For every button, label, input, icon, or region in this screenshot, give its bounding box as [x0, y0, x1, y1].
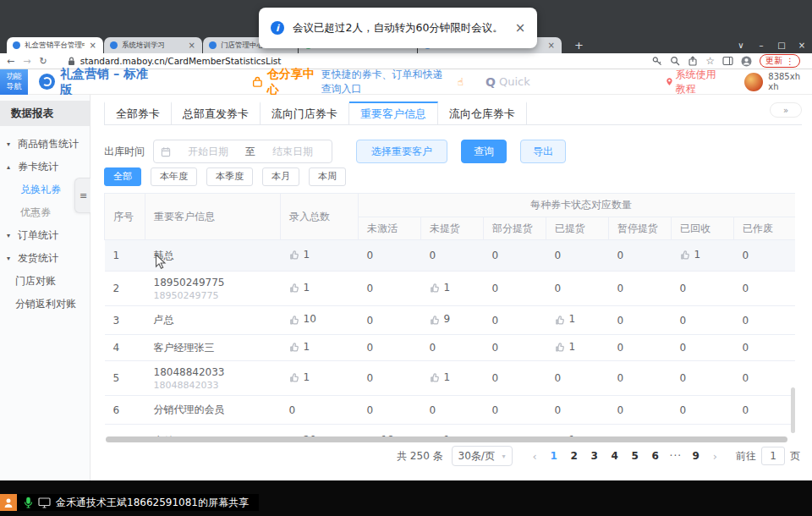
sidebar-item-label: 优惠券: [20, 201, 51, 224]
count-cell: 0: [484, 396, 546, 425]
count-link[interactable]: 1: [430, 371, 451, 383]
count-link[interactable]: 1: [289, 249, 310, 261]
tab-title: 系统培训学习: [122, 41, 184, 51]
count-cell: 18: [359, 425, 421, 437]
page-1[interactable]: 1: [544, 450, 564, 462]
date-range-input[interactable]: 开始日期 至 结束日期: [153, 140, 332, 163]
sidebar-item-0[interactable]: ▾商品销售统计: [0, 133, 90, 156]
horizontal-scrollbar[interactable]: [106, 436, 787, 442]
tab-favicon: [209, 41, 217, 49]
new-tab-button[interactable]: +: [571, 39, 587, 52]
info-icon: i: [271, 21, 284, 35]
profile-avatar-icon[interactable]: [741, 56, 752, 67]
report-tab-2[interactable]: 流向门店券卡: [261, 102, 349, 124]
report-tab-3[interactable]: 重要客户信息: [349, 102, 438, 124]
window-maximize-icon[interactable]: □: [771, 37, 792, 53]
page-size-select[interactable]: 30条/页 ▾: [452, 446, 513, 466]
count-cell: 1: [672, 240, 734, 272]
function-nav-toggle[interactable]: 功能导航: [0, 69, 28, 95]
reload-icon[interactable]: ↻: [39, 56, 47, 67]
count-link[interactable]: 1: [289, 341, 310, 353]
window-menu-icon[interactable]: ∨: [731, 37, 751, 53]
browser-tab-0[interactable]: 礼盒营销平台管理中心×: [7, 37, 103, 53]
page-5[interactable]: 5: [625, 450, 645, 462]
forward-icon[interactable]: →: [23, 56, 30, 67]
page-ellipsis[interactable]: ···: [666, 450, 686, 462]
goto-page-input[interactable]: [761, 447, 785, 465]
browser-update-button[interactable]: 更新 ⋮: [760, 54, 800, 68]
quick-filter-2[interactable]: 本季度: [206, 167, 253, 186]
quick-search-icon[interactable]: Q: [486, 75, 496, 89]
tab-close-icon[interactable]: ×: [89, 41, 97, 50]
user-account[interactable]: 8385xh xh: [744, 72, 800, 92]
page-3[interactable]: 3: [584, 450, 605, 462]
count-value: 0: [555, 404, 562, 416]
tab-close-icon[interactable]: ×: [547, 41, 556, 50]
sidebar-item-4[interactable]: ▾订单统计: [0, 224, 90, 247]
more-menu-icon[interactable]: ⋮: [786, 57, 794, 66]
sidebar-collapse-handle[interactable]: ≡: [74, 178, 91, 213]
report-tab-4[interactable]: 流向仓库券卡: [438, 102, 527, 124]
sidebar-title: 数据报表: [0, 101, 90, 126]
vertical-scrollbar[interactable]: [791, 387, 795, 433]
search-button[interactable]: 查询: [461, 140, 507, 163]
count-cell: 0: [359, 396, 421, 425]
sidebar-item-1[interactable]: ▴券卡统计: [0, 156, 90, 178]
side-panel-icon[interactable]: [722, 56, 733, 66]
page-9[interactable]: 9: [686, 450, 706, 462]
user-avatar: [744, 73, 763, 91]
count-link[interactable]: 1: [289, 282, 310, 294]
page-2[interactable]: 2: [564, 450, 584, 462]
window-minimize-icon[interactable]: –: [751, 37, 771, 53]
count-link[interactable]: 1: [555, 313, 576, 325]
next-page-icon[interactable]: ›: [706, 450, 724, 463]
prev-page-icon[interactable]: ‹: [526, 450, 544, 463]
customer-name: 分销代理的会员: [154, 403, 281, 417]
app-header: 功能导航 礼盒营销 – 标准版 仓分享中心 更快捷的券卡、订单和快递查询入口 ☝…: [0, 69, 812, 95]
table-header-status-3: 已提货: [546, 217, 609, 240]
url-field[interactable]: standard.maboy.cn/CardMemberStatisticsLi…: [68, 56, 653, 66]
page-6[interactable]: 6: [645, 450, 666, 462]
sidebar-item-5[interactable]: ▾发货统计: [0, 247, 90, 270]
zoom-icon[interactable]: [670, 56, 680, 66]
tab-close-icon[interactable]: ×: [188, 41, 196, 50]
quick-entry-link[interactable]: 更快捷的券卡、订单和快递查询入口: [321, 68, 452, 96]
browser-tab-1[interactable]: 系统培训学习×: [104, 37, 202, 53]
count-link[interactable]: 10: [289, 313, 316, 325]
select-customer-button[interactable]: 选择重要客户: [356, 140, 447, 163]
report-tab-1[interactable]: 总部直发券卡: [172, 102, 261, 124]
count-cell: 0: [484, 306, 546, 335]
count-link[interactable]: 1: [680, 249, 701, 261]
report-tab-0[interactable]: 全部券卡: [104, 102, 172, 124]
quick-filter-1[interactable]: 本年度: [151, 167, 197, 186]
back-icon[interactable]: ←: [7, 56, 14, 67]
count-cell: 1: [421, 425, 484, 437]
count-link[interactable]: 1: [430, 282, 451, 294]
share-icon[interactable]: [688, 56, 698, 66]
count-link[interactable]: 1: [555, 341, 576, 353]
page-size-value: 30条/页: [458, 449, 495, 464]
collapse-panel-button[interactable]: »: [770, 102, 802, 118]
microphone-icon: [24, 497, 33, 508]
toast-close-icon[interactable]: ×: [515, 20, 526, 36]
bookmark-star-icon[interactable]: ☆: [705, 55, 715, 67]
tutorial-link[interactable]: 系统使用教程: [666, 68, 725, 96]
count-link[interactable]: 9: [430, 313, 451, 325]
page-word: 页: [790, 449, 800, 464]
main-content: 全部券卡总部直发券卡流向门店券卡重要客户信息流向仓库券卡 » 出库时间 开始日期…: [91, 95, 812, 480]
quick-filter-0[interactable]: 全部: [104, 167, 141, 186]
quick-filter-4[interactable]: 本周: [309, 167, 346, 186]
quick-filter-3[interactable]: 本月: [262, 167, 299, 186]
key-icon[interactable]: [652, 56, 662, 66]
page-4[interactable]: 4: [605, 450, 625, 462]
export-button[interactable]: 导出: [520, 140, 566, 163]
count-cell: 0: [609, 396, 672, 425]
sidebar-item-6[interactable]: 门店对账: [0, 270, 90, 293]
share-center-link[interactable]: 仓分享中心: [252, 67, 321, 97]
window-close-icon[interactable]: ×: [792, 37, 812, 53]
quick-search-label[interactable]: Quick: [499, 75, 530, 88]
click-hand-icon: [555, 341, 565, 352]
count-value: 10: [304, 313, 316, 325]
sidebar-item-7[interactable]: 分销返利对账: [0, 293, 90, 316]
count-link[interactable]: 1: [289, 371, 310, 383]
